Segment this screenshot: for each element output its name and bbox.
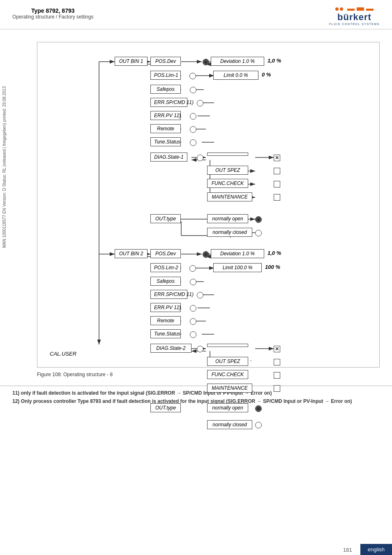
normally-open-1-circle [255, 216, 262, 223]
out-bin-1-node: OUT BIN 1 [115, 57, 148, 66]
page-footer: 181 english [0, 544, 392, 555]
remote-1-circle [190, 126, 196, 133]
page-subtitle: Operating structure / Factory settings [12, 14, 93, 20]
out-bin-2-node: OUT BIN 2 [115, 249, 148, 258]
normally-closed-1-node: normally closed [207, 228, 252, 237]
normally-open-2-node: normally open [207, 403, 248, 412]
safepos-1-circle [190, 87, 196, 93]
figure-area: OUT BIN 1 POS.Dev Deviation 1.0 % 1,0 % … [37, 42, 380, 368]
page-header: Type 8792, 8793 Operating structure / Fa… [0, 0, 392, 30]
safepos-2-circle [190, 279, 196, 285]
logo-text: bürkert [337, 12, 371, 23]
remote-2-node: Remote [150, 316, 181, 325]
pos-dev-1-circle [203, 59, 209, 65]
footnote-12-text: Only process controller Type 8793 and if… [21, 398, 352, 404]
footnotes-section: 11) only if fault detection is activated… [0, 386, 392, 411]
failure-1-checkbox: ✕ [274, 155, 280, 161]
value-0-label: 0 % [262, 72, 271, 78]
remote-2-circle [190, 318, 196, 325]
limit-2-node: Limit 100.0 % [213, 263, 262, 272]
language-badge: english [360, 544, 392, 555]
func-check-2-node: FUNC.CHECK [207, 370, 248, 379]
normally-open-2-circle [255, 405, 262, 412]
cal-user-label: CAL.USER [50, 351, 76, 357]
diag-state-2-circle [197, 346, 203, 352]
normally-open-1-node: normally open [207, 214, 248, 223]
pos-dev-2-circle [203, 251, 209, 258]
out-type-2-node: OUT.type [150, 403, 181, 412]
failure-2-node [207, 344, 248, 347]
tune-status-2-circle [190, 331, 196, 338]
pos-lim-1-node: POS.Lim-1 [150, 71, 181, 80]
out-spez-1-node: OUT SPEZ [207, 166, 248, 175]
footnote-11: 11) only if fault detection is activated… [12, 390, 380, 396]
maintenance-2-node: MAINTENANCE [207, 384, 252, 393]
maintenance-1-node: MAINTENANCE [207, 192, 252, 201]
err-sp-cmd-2-node: ERR.SP/CMD 11) [150, 290, 187, 299]
err-pv-1-circle [190, 113, 196, 120]
footnote-12-number: 12) [12, 398, 19, 404]
value-1-0-label: 1,0 % [267, 58, 281, 64]
err-sp-cmd-1-node: ERR.SP/CMD 11) [150, 98, 187, 107]
failure-2-checkbox: ✕ [274, 346, 280, 352]
maintenance-1-checkbox [274, 194, 280, 201]
deviation-1-node: Deviation 1.0 % [211, 57, 264, 66]
main-content: OUT BIN 1 POS.Dev Deviation 1.0 % 1,0 % … [0, 30, 392, 384]
pos-lim-1-circle [189, 73, 196, 79]
remote-1-node: Remote [150, 124, 181, 133]
diagram-lines [46, 49, 375, 361]
maintenance-2-checkbox [274, 385, 280, 392]
safepos-2-node: Safepos [150, 277, 181, 286]
burkert-logo: bürkert FLUID CONTROL SYSTEMS [329, 7, 380, 25]
header-left: Type 8792, 8793 Operating structure / Fa… [12, 7, 93, 20]
normally-closed-1-circle [255, 230, 262, 236]
footnote-12: 12) Only process controller Type 8793 an… [12, 398, 380, 404]
limit-1-node: Limit 0.0 % [213, 71, 258, 80]
diagram: OUT BIN 1 POS.Dev Deviation 1.0 % 1,0 % … [46, 49, 375, 361]
out-spez-1-checkbox [274, 168, 280, 174]
err-sp-2-circle [197, 292, 203, 298]
pos-lim-2-circle [189, 265, 196, 272]
tune-status-1-node: Tune.Status [150, 137, 181, 146]
err-pv-2-node: ERR.PV 12) [150, 303, 181, 312]
page-number: 181 [0, 545, 360, 555]
err-pv-2-circle [190, 305, 196, 312]
normally-closed-2-node: normally closed [207, 420, 252, 429]
err-pv-1-node: ERR.PV 12) [150, 111, 181, 120]
diag-state-2-node: DIAG.State-2 [150, 344, 191, 353]
out-spez-2-checkbox [274, 359, 280, 365]
value-1-0b-label: 1,0 % [267, 250, 281, 256]
func-check-1-node: FUNC.CHECK [207, 179, 248, 188]
page-title: Type 8792, 8793 [12, 7, 93, 14]
out-type-1-node: OUT.type [150, 214, 181, 223]
func-check-2-checkbox [274, 372, 280, 379]
value-100-label: 100 % [265, 264, 280, 270]
logo-sub: FLUID CONTROL SYSTEMS [329, 23, 380, 25]
err-sp-1-circle [197, 100, 203, 106]
deviation-2-node: Deviation 1.0 % [211, 249, 264, 258]
tune-status-2-node: Tune.Status [150, 329, 181, 338]
diag-state-1-circle [197, 155, 203, 161]
pos-dev-1-node: POS.Dev [150, 57, 181, 66]
tune-status-1-circle [190, 139, 196, 146]
normally-closed-2-circle [255, 422, 262, 428]
safepos-1-node: Safepos [150, 85, 181, 94]
pos-dev-2-node: POS.Dev [150, 249, 181, 258]
func-check-1-checkbox [274, 181, 280, 187]
logo-graphic [335, 7, 374, 11]
diag-state-1-node: DIAG.State-1 [150, 153, 187, 162]
pos-lim-2-node: POS.Lim-2 [150, 263, 181, 272]
out-spez-2-node: OUT SPEZ [207, 357, 248, 366]
footnote-11-number: 11) [12, 390, 19, 396]
failure-1-node [207, 153, 248, 156]
